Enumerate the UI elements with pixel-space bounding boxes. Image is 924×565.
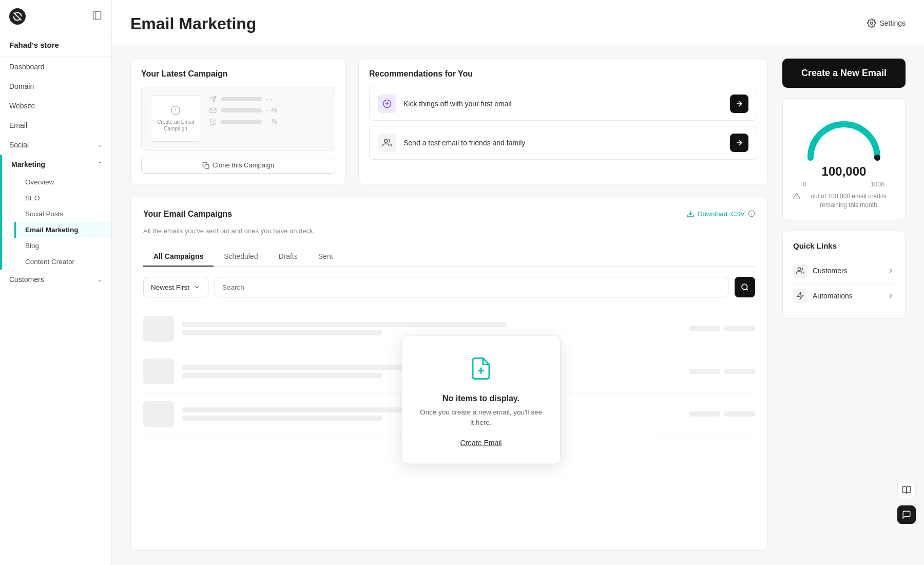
rec-arrow-2[interactable] <box>730 134 748 152</box>
right-sidebar: Create a New Email 100,000 0 1 <box>782 59 906 551</box>
search-button[interactable] <box>735 277 755 297</box>
settings-button[interactable]: Settings <box>867 14 906 32</box>
campaigns-header-left: Your Email Campaigns All the emails you'… <box>143 210 315 245</box>
skeleton-right <box>689 326 755 331</box>
marketing-active-bar <box>0 155 2 270</box>
marketing-chevron-icon: ⌃ <box>97 161 102 168</box>
warning-icon <box>793 193 800 200</box>
sidebar-item-email-marketing[interactable]: Email Marketing <box>14 222 111 238</box>
chevron-down-icon <box>194 284 201 291</box>
store-name: Fahad's store <box>0 33 111 57</box>
credits-card: 100,000 0 100K out of 100,000 email cred… <box>782 98 906 220</box>
stat-bar-2 <box>221 108 262 112</box>
main-column: Your Latest Campaign Create an Email Cam… <box>130 59 768 551</box>
chevron-right-icon-automations <box>887 292 895 300</box>
gauge-chart <box>803 109 885 160</box>
sidebar-item-overview[interactable]: Overview <box>14 174 111 190</box>
sidebar-item-marketing[interactable]: Marketing ⌃ <box>0 155 111 174</box>
filter-row: Newest First <box>143 277 755 297</box>
page-title: Email Marketing <box>130 14 256 44</box>
sidebar-item-seo[interactable]: SEO <box>14 190 111 206</box>
bottom-icons <box>897 481 916 524</box>
sidebar-item-domain[interactable]: Domain <box>0 77 111 96</box>
tab-drafts[interactable]: Drafts <box>268 247 307 267</box>
sidebar-item-social-posts[interactable]: Social Posts <box>14 206 111 222</box>
empty-state-popup: No items to display. Once you create a n… <box>401 335 561 464</box>
page-header: Email Marketing Settings <box>112 0 924 44</box>
rec-icon-2 <box>378 134 396 152</box>
email-icon <box>209 107 217 114</box>
gauge-min: 0 <box>803 181 806 188</box>
gauge-labels: 0 100K <box>803 181 885 188</box>
social-chevron-icon: ⌄ <box>97 141 102 148</box>
stat-line-2: - -% <box>209 107 326 114</box>
empty-title: No items to display. <box>418 393 544 403</box>
campaigns-tabs: All Campaigns Scheduled Drafts Sent <box>143 247 755 267</box>
email-stats: - - - -% - -% <box>209 96 326 125</box>
chevron-right-icon-customers <box>887 267 895 275</box>
sort-label: Newest First <box>151 284 189 291</box>
stat-bar-1 <box>221 97 262 101</box>
sidebar-item-content-creator[interactable]: Content Creator <box>14 254 111 270</box>
stat-line-3: - -% <box>209 118 326 125</box>
skeleton-thumb <box>143 316 174 342</box>
quicklinks-card: Quick Links Customers A <box>782 231 906 319</box>
quicklink-automations-left: Automations <box>793 289 853 303</box>
marketing-submenu: Overview SEO Social Posts Email Marketin… <box>0 174 111 270</box>
gear-icon <box>867 18 876 28</box>
sidebar-item-blog[interactable]: Blog <box>14 238 111 254</box>
sidebar: Fahad's store Dashboard Domain Website E… <box>0 0 112 565</box>
sidebar-logo <box>9 8 26 25</box>
settings-label: Settings <box>879 19 906 27</box>
info-icon <box>748 210 755 217</box>
sort-select[interactable]: Newest First <box>143 277 208 297</box>
create-new-email-button[interactable]: Create a New Email <box>782 59 906 88</box>
create-email-link[interactable]: Create Email <box>460 439 502 447</box>
tab-scheduled[interactable]: Scheduled <box>214 247 268 267</box>
svg-rect-9 <box>205 164 209 168</box>
recommendations-title: Recommendations for You <box>369 69 757 79</box>
sidebar-item-email[interactable]: Email <box>0 116 111 135</box>
sidebar-item-website[interactable]: Website <box>0 96 111 116</box>
sidebar-collapse-btn[interactable] <box>92 10 102 23</box>
quicklink-customers-left: Customers <box>793 263 848 278</box>
campaigns-title: Your Email Campaigns <box>143 210 315 219</box>
svg-point-14 <box>384 139 388 142</box>
sidebar-item-marketing-section: Marketing ⌃ Overview SEO Social Posts Em… <box>0 155 111 270</box>
rec-icon-1 <box>378 95 396 113</box>
rec-arrow-1[interactable] <box>730 95 748 113</box>
quicklink-customers[interactable]: Customers <box>793 258 895 284</box>
search-icon <box>741 283 749 291</box>
sidebar-item-social[interactable]: Social ⌄ <box>0 135 111 155</box>
recommendations-card: Recommendations for You Kick things off … <box>358 59 768 184</box>
stat-bar-3 <box>221 120 262 124</box>
send-icon <box>209 96 217 103</box>
svg-line-21 <box>746 289 748 290</box>
sidebar-item-dashboard[interactable]: Dashboard <box>0 57 111 77</box>
logo-icon <box>9 8 26 25</box>
tab-all-campaigns[interactable]: All Campaigns <box>143 247 214 267</box>
rec-text-1: Kick things off with your first email <box>403 100 723 108</box>
copy-icon <box>202 162 209 169</box>
credits-warning: out of 100,000 email credits remaining t… <box>793 192 895 210</box>
latest-campaign-card: Your Latest Campaign Create an Email Cam… <box>130 59 346 184</box>
content-area: Your Latest Campaign Create an Email Cam… <box>112 44 924 565</box>
download-csv-button[interactable]: Download .CSV <box>686 210 755 218</box>
clone-campaign-button[interactable]: Clone this Campaign <box>141 157 335 174</box>
skeleton-thumb <box>143 359 174 384</box>
skeleton-right <box>689 369 755 374</box>
tab-sent[interactable]: Sent <box>308 247 343 267</box>
quicklink-customers-label: Customers <box>813 267 848 275</box>
search-input[interactable] <box>222 284 721 291</box>
book-icon[interactable] <box>897 481 916 499</box>
automations-icon <box>793 289 807 303</box>
rec-item-2: Send a test email to friends and family <box>369 126 757 160</box>
clone-btn-label: Clone this Campaign <box>213 161 275 169</box>
customers-chevron-icon: ⌄ <box>97 276 102 283</box>
svg-point-20 <box>742 284 747 290</box>
skeleton-right <box>689 411 755 417</box>
quicklink-automations[interactable]: Automations <box>793 284 895 308</box>
campaigns-header: Your Email Campaigns All the emails you'… <box>143 210 755 245</box>
sidebar-item-customers[interactable]: Customers ⌄ <box>0 270 111 289</box>
chat-icon[interactable] <box>897 505 916 524</box>
